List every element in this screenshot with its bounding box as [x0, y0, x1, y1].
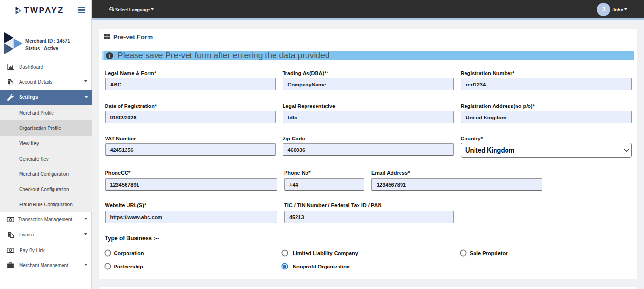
svg-text:i: i	[109, 53, 110, 59]
